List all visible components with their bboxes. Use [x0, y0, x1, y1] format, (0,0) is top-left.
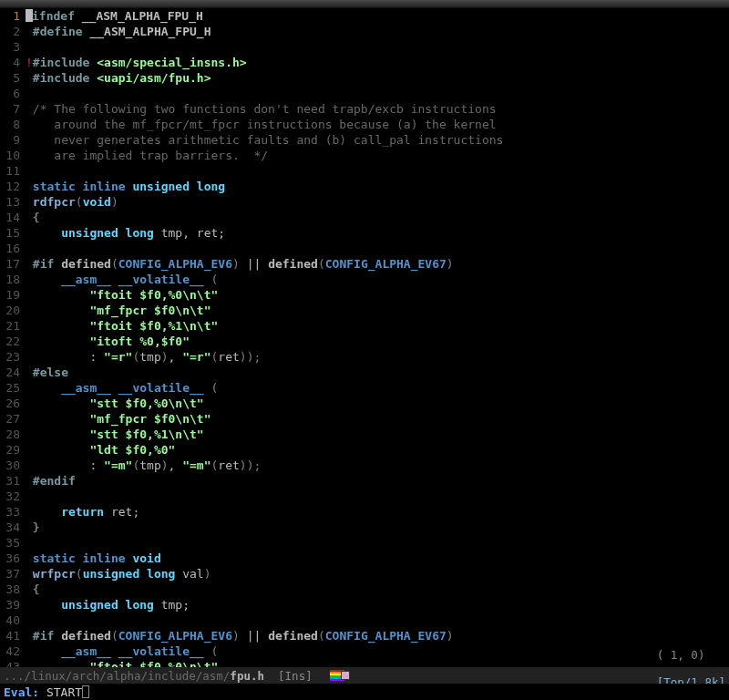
code-line[interactable]: 6	[0, 86, 729, 101]
window-titlebar	[0, 0, 729, 8]
code-line[interactable]: 43 "ftoit $f0,%0\n\t"	[0, 659, 729, 667]
code-line[interactable]: 14 {	[0, 210, 729, 225]
line-content: return ret;	[26, 504, 729, 520]
code-line[interactable]: 21 "ftoit $f0,%1\n\t"	[0, 318, 729, 334]
code-line[interactable]: 37 wrfpcr(unsigned long val)	[0, 566, 729, 582]
line-number: 12	[0, 179, 26, 194]
line-number: 24	[0, 365, 26, 380]
line-number: 2	[0, 24, 26, 39]
code-editor[interactable]: 1ifndef __ASM_ALPHA_FPU_H2 #define __ASM…	[0, 8, 729, 667]
code-line[interactable]: 38 {	[0, 582, 729, 597]
code-line[interactable]: 16	[0, 241, 729, 256]
line-number: 19	[0, 287, 26, 303]
code-line[interactable]: 4!#include <asm/special_insns.h>	[0, 55, 729, 70]
line-number: 4	[0, 55, 26, 70]
line-content: "itoft %0,$f0"	[26, 334, 729, 349]
modeline-filename: fpu.h	[230, 669, 264, 683]
line-number: 31	[0, 473, 26, 489]
code-line[interactable]: 5 #include <uapi/asm/fpu.h>	[0, 70, 729, 86]
line-content: !#include <asm/special_insns.h>	[26, 55, 729, 70]
code-line[interactable]: 20 "mf_fpcr $f0\n\t"	[0, 303, 729, 318]
line-content: ifndef __ASM_ALPHA_FPU_H	[26, 8, 729, 24]
line-number: 29	[0, 442, 26, 458]
code-line[interactable]: 18 __asm__ __volatile__ (	[0, 272, 729, 287]
code-line[interactable]: 17 #if defined(CONFIG_ALPHA_EV6) || defi…	[0, 256, 729, 272]
code-line[interactable]: 25 __asm__ __volatile__ (	[0, 380, 729, 396]
line-number: 23	[0, 349, 26, 365]
line-number: 6	[0, 86, 26, 101]
code-line[interactable]: 41 #if defined(CONFIG_ALPHA_EV6) || defi…	[0, 628, 729, 643]
code-line[interactable]: 10 are implied trap barriers. */	[0, 148, 729, 163]
code-line[interactable]: 40	[0, 612, 729, 628]
code-line[interactable]: 26 "stt $f0,%0\n\t"	[0, 396, 729, 411]
modeline-mode: [Ins]	[278, 669, 313, 683]
minibuffer-prompt: Eval:	[4, 685, 46, 699]
code-line[interactable]: 1ifndef __ASM_ALPHA_FPU_H	[0, 8, 729, 24]
line-content	[26, 489, 729, 504]
code-line[interactable]: 13 rdfpcr(void)	[0, 194, 729, 210]
line-content: static inline unsigned long	[26, 179, 729, 194]
line-number: 37	[0, 566, 26, 582]
line-content: never generates arithmetic faults and (b…	[26, 132, 729, 148]
code-line[interactable]: 24 #else	[0, 365, 729, 380]
line-number: 11	[0, 163, 26, 179]
code-line[interactable]: 3	[0, 39, 729, 55]
line-content	[26, 535, 729, 551]
line-number: 7	[0, 101, 26, 117]
line-number: 5	[0, 70, 26, 86]
minibuffer[interactable]: Eval: START	[0, 684, 729, 700]
code-line[interactable]: 36 static inline void	[0, 551, 729, 566]
line-content: /* The following two functions don't nee…	[26, 101, 729, 117]
line-number: 8	[0, 117, 26, 132]
code-line[interactable]: 27 "mf_fpcr $f0\n\t"	[0, 411, 729, 427]
line-content: static inline void	[26, 551, 729, 566]
code-line[interactable]: 12 static inline unsigned long	[0, 179, 729, 194]
code-line[interactable]: 39 unsigned long tmp;	[0, 597, 729, 612]
line-number: 40	[0, 612, 26, 628]
code-line[interactable]: 29 "ldt $f0,%0"	[0, 442, 729, 458]
line-number: 26	[0, 396, 26, 411]
code-line[interactable]: 28 "stt $f0,%1\n\t"	[0, 427, 729, 442]
line-number: 41	[0, 628, 26, 643]
line-content: __asm__ __volatile__ (	[26, 643, 729, 659]
line-content: unsigned long tmp;	[26, 597, 729, 612]
code-line[interactable]: 34 }	[0, 520, 729, 535]
line-content	[26, 86, 729, 101]
code-line[interactable]: 15 unsigned long tmp, ret;	[0, 225, 729, 241]
line-content: "stt $f0,%1\n\t"	[26, 427, 729, 442]
minibuffer-text: START	[46, 685, 82, 699]
line-content: #include <uapi/asm/fpu.h>	[26, 70, 729, 86]
line-content	[26, 163, 729, 179]
line-number: 21	[0, 318, 26, 334]
code-line[interactable]: 32	[0, 489, 729, 504]
code-line[interactable]: 30 : "=m"(tmp), "=m"(ret));	[0, 458, 729, 473]
line-content	[26, 241, 729, 256]
line-number: 22	[0, 334, 26, 349]
code-line[interactable]: 22 "itoft %0,$f0"	[0, 334, 729, 349]
code-line[interactable]: 35	[0, 535, 729, 551]
code-line[interactable]: 2 #define __ASM_ALPHA_FPU_H	[0, 24, 729, 39]
line-number: 33	[0, 504, 26, 520]
error-mark-icon: !	[26, 56, 33, 69]
line-content: {	[26, 582, 729, 597]
line-content: unsigned long tmp, ret;	[26, 225, 729, 241]
code-line[interactable]: 31 #endif	[0, 473, 729, 489]
line-content: rdfpcr(void)	[26, 194, 729, 210]
code-line[interactable]: 7 /* The following two functions don't n…	[0, 101, 729, 117]
code-line[interactable]: 9 never generates arithmetic faults and …	[0, 132, 729, 148]
code-line[interactable]: 42 __asm__ __volatile__ (	[0, 643, 729, 659]
line-number: 35	[0, 535, 26, 551]
line-number: 20	[0, 303, 26, 318]
nyan-icon	[330, 670, 344, 681]
code-line[interactable]: 23 : "=r"(tmp), "=r"(ret));	[0, 349, 729, 365]
line-content: : "=m"(tmp), "=m"(ret));	[26, 458, 729, 473]
code-line[interactable]: 11	[0, 163, 729, 179]
line-number: 25	[0, 380, 26, 396]
code-line[interactable]: 8 around the mf_fpcr/mt_fpcr instruction…	[0, 117, 729, 132]
line-content: are implied trap barriers. */	[26, 148, 729, 163]
modeline: .../linux/arch/alpha/include/asm/fpu.h […	[0, 667, 729, 684]
line-number: 18	[0, 272, 26, 287]
line-number: 38	[0, 582, 26, 597]
code-line[interactable]: 19 "ftoit $f0,%0\n\t"	[0, 287, 729, 303]
code-line[interactable]: 33 return ret;	[0, 504, 729, 520]
